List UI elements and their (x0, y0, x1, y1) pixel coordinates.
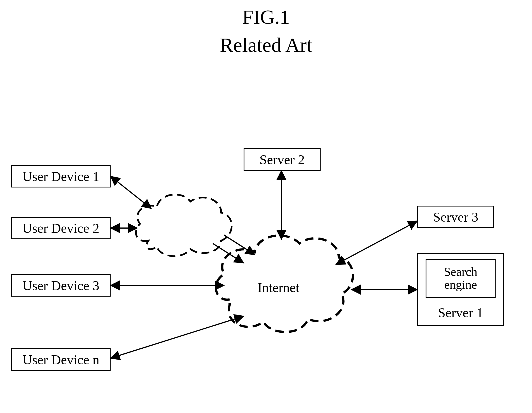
server-2-label: Server 2 (260, 152, 305, 167)
figure-number: FIG.1 (0, 6, 532, 29)
server-1-label: Server 1 (431, 305, 490, 320)
arrow-smallcloud-internet-2 (224, 235, 255, 255)
diagram-stage: FIG.1 Related Art (0, 0, 532, 413)
arrow-s3-internet (336, 221, 417, 264)
server-3-label: Server 3 (433, 209, 478, 225)
figure-caption: Related Art (0, 34, 532, 57)
user-device-1-box: User Device 1 (11, 165, 111, 187)
search-engine-label: Search engine (444, 266, 477, 291)
server-2-box: Server 2 (244, 148, 321, 171)
internet-label: Internet (258, 280, 299, 295)
arrow-ud1-smallcloud (111, 176, 151, 208)
user-device-2-label: User Device 2 (22, 220, 99, 236)
small-cloud-icon (136, 194, 232, 256)
user-device-3-label: User Device 3 (22, 278, 99, 293)
arrow-udn-internet (111, 316, 244, 358)
user-device-n-box: User Device n (11, 348, 111, 371)
user-device-2-box: User Device 2 (11, 217, 111, 239)
arrow-smallcloud-internet-1 (213, 243, 244, 263)
server-3-box: Server 3 (417, 206, 494, 228)
user-device-n-label: User Device n (22, 352, 99, 367)
user-device-3-box: User Device 3 (11, 274, 111, 297)
user-device-1-label: User Device 1 (22, 169, 99, 184)
search-engine-box: Search engine (426, 259, 496, 298)
